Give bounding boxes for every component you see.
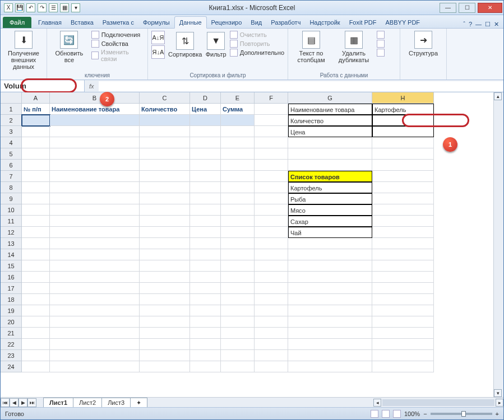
cell[interactable]: Список товаров <box>288 171 372 182</box>
row-header[interactable]: 9 <box>1 193 22 204</box>
scroll-left-icon[interactable]: ◂ <box>373 399 381 407</box>
ribbon-minimize-icon[interactable]: ˆ <box>463 21 465 28</box>
cell[interactable] <box>50 328 140 339</box>
cell[interactable] <box>140 137 190 148</box>
cell[interactable] <box>372 182 434 193</box>
cell[interactable] <box>50 216 140 227</box>
tab-layout[interactable]: Разметка с <box>98 17 138 28</box>
remove-duplicates-button[interactable]: ▦ Удалить дубликаты <box>334 31 373 63</box>
cell[interactable] <box>255 272 288 283</box>
view-layout-icon[interactable] <box>382 410 390 418</box>
cell[interactable] <box>221 160 255 171</box>
sheet-nav-first-icon[interactable]: ⏮ <box>1 398 10 407</box>
cell[interactable] <box>221 283 255 294</box>
sheet-tab[interactable]: Лист1 <box>43 398 73 407</box>
cell[interactable]: Мясо <box>288 204 372 216</box>
cell[interactable] <box>50 305 140 316</box>
cell[interactable] <box>50 283 140 294</box>
cell[interactable] <box>255 361 288 372</box>
cell[interactable] <box>190 137 221 148</box>
row-header[interactable]: 21 <box>1 328 22 339</box>
new-sheet-button[interactable]: ✦ <box>130 398 147 408</box>
cell[interactable] <box>372 260 434 272</box>
tab-insert[interactable]: Вставка <box>66 17 98 28</box>
row-header[interactable]: 10 <box>1 204 22 216</box>
row-header[interactable]: 3 <box>1 126 22 137</box>
fx-label[interactable]: fx <box>85 83 99 90</box>
cell[interactable] <box>190 294 221 305</box>
zoom-level[interactable]: 100% <box>404 410 420 417</box>
row-header[interactable]: 18 <box>1 294 22 305</box>
qat-item-icon[interactable]: ▦ <box>60 3 69 12</box>
cell[interactable] <box>22 160 50 171</box>
cell[interactable] <box>190 227 221 238</box>
filter-button[interactable]: ▼ Фильтр <box>205 31 226 59</box>
advanced-filter-button[interactable]: Дополнительно <box>230 49 284 57</box>
cell[interactable] <box>255 171 288 182</box>
undo-icon[interactable]: ↶ <box>26 3 35 12</box>
cell[interactable] <box>50 238 140 249</box>
zoom-out-button[interactable]: − <box>423 410 427 417</box>
cell[interactable] <box>140 238 190 249</box>
sort-desc-button[interactable]: Я↓А <box>151 45 165 59</box>
row-header[interactable]: 15 <box>1 260 22 272</box>
cell[interactable] <box>255 227 288 238</box>
refresh-all-button[interactable]: 🔄 Обновить все <box>50 31 88 63</box>
minimize-button[interactable]: — <box>440 3 456 13</box>
reapply-button[interactable]: Повторить <box>230 40 284 48</box>
qat-item-icon[interactable]: ☰ <box>49 3 58 12</box>
cell[interactable] <box>372 305 434 316</box>
tab-view[interactable]: Вид <box>246 17 266 28</box>
cell[interactable] <box>221 249 255 260</box>
cell[interactable]: Цена <box>288 126 372 137</box>
cell[interactable] <box>190 283 221 294</box>
cell[interactable] <box>190 260 221 272</box>
cell[interactable] <box>221 350 255 361</box>
cell[interactable] <box>50 115 140 126</box>
cell[interactable] <box>255 339 288 350</box>
tab-review[interactable]: Рецензиро <box>207 17 247 28</box>
cell[interactable]: Количество <box>288 115 372 126</box>
sheet-tab[interactable]: Лист3 <box>101 398 131 407</box>
cell[interactable] <box>221 272 255 283</box>
cell[interactable] <box>22 216 50 227</box>
cell[interactable] <box>140 272 190 283</box>
cell[interactable] <box>221 182 255 193</box>
row-header[interactable]: 7 <box>1 171 22 182</box>
connections-button[interactable]: Подключения <box>91 31 144 39</box>
scroll-right-icon[interactable]: ▸ <box>496 399 503 407</box>
cell[interactable] <box>50 339 140 350</box>
cell[interactable] <box>22 137 50 148</box>
cell[interactable]: Рыба <box>288 193 372 204</box>
cell[interactable] <box>221 148 255 160</box>
cell[interactable] <box>50 294 140 305</box>
cell[interactable] <box>140 115 190 126</box>
cell[interactable] <box>140 339 190 350</box>
cell[interactable] <box>190 305 221 316</box>
vertical-scrollbar[interactable]: ▴ ▾ <box>493 92 503 397</box>
cell[interactable] <box>372 137 434 148</box>
cell[interactable]: Наименование товара <box>288 104 372 115</box>
column-header[interactable]: H <box>372 92 434 104</box>
row-header[interactable]: 14 <box>1 249 22 260</box>
cell[interactable] <box>372 160 434 171</box>
cell[interactable] <box>372 126 434 137</box>
redo-icon[interactable]: ↷ <box>38 3 47 12</box>
cell[interactable] <box>221 305 255 316</box>
data-validation-button[interactable] <box>377 31 385 39</box>
cell[interactable] <box>372 227 434 238</box>
cell[interactable] <box>190 316 221 328</box>
cell[interactable] <box>221 216 255 227</box>
cell[interactable] <box>22 316 50 328</box>
cell[interactable] <box>372 350 434 361</box>
cell[interactable] <box>255 249 288 260</box>
cell[interactable] <box>22 249 50 260</box>
cell[interactable] <box>190 238 221 249</box>
tab-foxit[interactable]: Foxit PDF <box>345 17 381 28</box>
cell[interactable] <box>50 227 140 238</box>
cell[interactable] <box>50 171 140 182</box>
view-break-icon[interactable] <box>393 410 401 418</box>
cell[interactable]: Картофель <box>372 104 434 115</box>
cell[interactable] <box>255 182 288 193</box>
cell[interactable] <box>255 126 288 137</box>
